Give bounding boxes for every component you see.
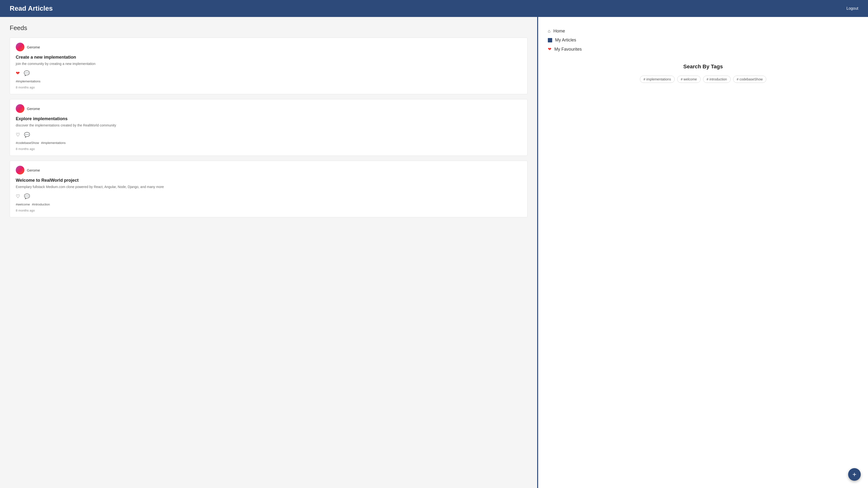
comment-icon: 💬 — [24, 70, 30, 76]
author-name: Gerome — [27, 106, 40, 111]
article-card: Gerome Create a new implementation join … — [10, 37, 527, 94]
article-tags: #welcome#introduction — [16, 203, 521, 206]
article-tags: #implementations — [16, 80, 521, 83]
home-icon: ⌂ — [548, 29, 551, 34]
sidebar-item-my-articles[interactable]: My Articles — [548, 36, 858, 44]
sidebar-item-my-favourites[interactable]: ❤ My Favourites — [548, 44, 858, 54]
article-date: 8 months ago — [16, 209, 521, 212]
article-card: Gerome Explore implementations discover … — [10, 99, 527, 156]
tag-introduction[interactable]: # introduction — [703, 75, 731, 83]
sidebar: ⌂ Home My Articles ❤ My Favourites Searc… — [538, 17, 868, 488]
article-card: Gerome Welcome to RealWorld project Exem… — [10, 161, 527, 217]
article-actions: ❤ 💬 — [16, 70, 521, 76]
heart-empty-icon: ♡ — [16, 193, 20, 199]
article-date: 8 months ago — [16, 147, 521, 151]
article-date: 8 months ago — [16, 86, 521, 89]
article-actions: ♡ 💬 — [16, 193, 521, 199]
avatar — [16, 166, 25, 175]
like-button[interactable]: ♡ — [16, 132, 20, 138]
my-favourites-label: My Favourites — [554, 47, 582, 52]
article-author: Gerome — [16, 43, 521, 51]
search-by-tags-title: Search By Tags — [548, 63, 858, 70]
comment-button[interactable]: 💬 — [24, 132, 30, 138]
article-author: Gerome — [16, 166, 521, 175]
article-title[interactable]: Create a new implementation — [16, 55, 521, 60]
avatar — [16, 104, 25, 113]
article-actions: ♡ 💬 — [16, 132, 521, 138]
logout-button[interactable]: Logout — [846, 6, 858, 11]
comment-button[interactable]: 💬 — [24, 193, 30, 199]
article-title[interactable]: Welcome to RealWorld project — [16, 178, 521, 183]
tag-implementations[interactable]: # implementations — [640, 75, 675, 83]
content-area: Feeds Gerome Create a new implementation… — [0, 17, 537, 488]
comment-icon: 💬 — [24, 132, 30, 138]
comment-button[interactable]: 💬 — [24, 70, 30, 76]
comment-icon: 💬 — [24, 193, 30, 199]
tag-codebaseshow[interactable]: # codebaseShow — [733, 75, 766, 83]
tag-welcome[interactable]: # welcome — [677, 75, 701, 83]
avatar — [16, 43, 25, 51]
tags-container: # implementations # welcome # introducti… — [548, 75, 858, 83]
heart-empty-icon: ♡ — [16, 132, 20, 138]
app-header: Read Articles Logout — [0, 0, 868, 17]
home-label: Home — [553, 29, 565, 34]
author-name: Gerome — [27, 168, 40, 172]
article-tags: #codebaseShow#implementations — [16, 141, 521, 145]
articles-icon — [548, 38, 552, 42]
article-tag: #implementations — [41, 141, 66, 145]
article-tag: #codebaseShow — [16, 141, 39, 145]
heart-filled-icon: ❤ — [16, 70, 20, 76]
article-description: Exemplary fullstack Medium.com clone pow… — [16, 184, 521, 189]
article-tag: #implementations — [16, 80, 40, 83]
article-title[interactable]: Explore implementations — [16, 116, 521, 121]
nav-menu: ⌂ Home My Articles ❤ My Favourites — [548, 27, 858, 54]
articles-container: Gerome Create a new implementation join … — [10, 37, 527, 217]
like-button[interactable]: ❤ — [16, 70, 20, 76]
my-articles-label: My Articles — [555, 37, 576, 43]
like-button[interactable]: ♡ — [16, 193, 20, 199]
article-author: Gerome — [16, 104, 521, 113]
article-tag: #introduction — [32, 203, 50, 206]
sidebar-item-home[interactable]: ⌂ Home — [548, 27, 858, 36]
fab-add-button[interactable]: + — [848, 468, 861, 481]
author-name: Gerome — [27, 45, 40, 49]
feeds-title: Feeds — [10, 24, 527, 32]
app-title: Read Articles — [10, 5, 53, 12]
main-layout: Feeds Gerome Create a new implementation… — [0, 17, 868, 488]
heart-icon: ❤ — [548, 47, 552, 52]
article-description: join the community by creating a new imp… — [16, 61, 521, 66]
article-tag: #welcome — [16, 203, 30, 206]
article-description: discover the implementations created by … — [16, 123, 521, 128]
